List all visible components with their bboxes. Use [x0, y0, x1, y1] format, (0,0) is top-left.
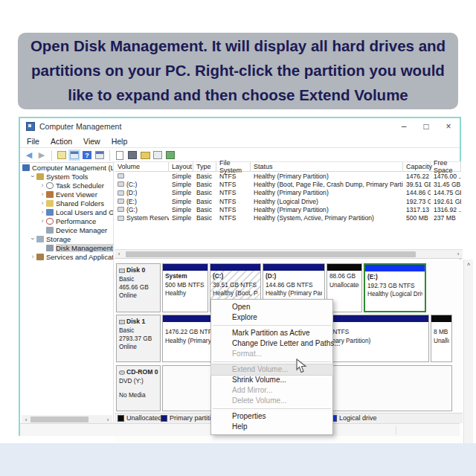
tree-item-storage[interactable]: › Storage	[20, 234, 113, 243]
tree-item-event-viewer[interactable]: › Event Viewer	[20, 190, 113, 199]
menu-item-add-mirror: Add Mirror...	[211, 385, 332, 396]
scroll-thumb[interactable]	[126, 251, 416, 257]
primary-partition-stripe	[163, 264, 208, 271]
menu-item-open[interactable]: Open	[211, 302, 332, 312]
scroll-up-icon[interactable]: ˄	[464, 261, 473, 268]
maximize-button[interactable]: □	[415, 118, 437, 135]
primary-partition-swatch	[161, 415, 167, 422]
scroll-right-icon[interactable]: ›	[454, 251, 463, 257]
screenshot-root: { "banner": { "text": "Open Disk Managem…	[0, 0, 476, 476]
scroll-left-icon[interactable]: ‹	[115, 251, 123, 257]
chevron-right-icon[interactable]: ›	[39, 217, 45, 225]
app-icon	[26, 122, 35, 131]
close-button[interactable]: ×	[437, 118, 460, 135]
logical-drive-stripe	[365, 265, 425, 271]
volume-row[interactable]: (C:) SimpleBasic NTFSHealthy (Boot, Page…	[115, 180, 461, 188]
partition-system[interactable]: System500 MB NTFSHealthy	[162, 263, 208, 312]
manage-icon[interactable]	[165, 150, 176, 160]
tree-item-computer-management[interactable]: Computer Management (Local	[20, 163, 113, 172]
services-icon	[36, 254, 44, 260]
menu-item-shrink-volume[interactable]: Shrink Volume...	[211, 375, 332, 385]
menu-file[interactable]: File	[27, 137, 39, 146]
volume-row[interactable]: (E:) SimpleBasic NTFSHealthy (Logical Dr…	[115, 197, 461, 205]
col-volume[interactable]: Volume	[115, 162, 169, 171]
col-type[interactable]: Type	[193, 162, 216, 171]
drive-icon	[118, 190, 124, 196]
export-icon[interactable]	[127, 150, 138, 160]
disk0-label[interactable]: Disk 0 Basic 465.66 GB Online	[116, 263, 161, 312]
console-tree-pane: Computer Management (Local › System Tool…	[20, 163, 114, 423]
volume-row[interactable]: (D:) SimpleBasic NTFSHealthy (Primary Pa…	[115, 189, 461, 197]
tree-item-shared-folders[interactable]: › Shared Folders	[20, 199, 113, 208]
partition-unallocated-disk1[interactable]: 8 MBUnallocated	[431, 315, 452, 362]
volume-row[interactable]: (G:) SimpleBasic NTFSHealthy (Primary Pa…	[115, 205, 461, 213]
drive-icon	[118, 181, 124, 187]
tree-item-system-tools[interactable]: › System Tools	[20, 172, 113, 181]
menu-item-extend-volume[interactable]: Extend Volume...	[211, 364, 332, 375]
chevron-right-icon[interactable]: ›	[39, 190, 45, 198]
status-divider	[396, 426, 396, 434]
col-freespace[interactable]: Free Space	[431, 162, 461, 171]
chevron-right-icon[interactable]: ›	[39, 208, 45, 216]
chevron-down-icon[interactable]: ›	[29, 173, 36, 179]
col-layout[interactable]: Layout	[169, 162, 193, 171]
console-tree-icon[interactable]	[69, 150, 80, 160]
tree-label-selected: Disk Management	[56, 244, 113, 252]
tree-label: System Tools	[46, 173, 88, 181]
open-folder-icon[interactable]	[140, 150, 150, 160]
cdrom-label[interactable]: CD-ROM 0 DVD (Y:) No Media	[116, 365, 161, 411]
volume-list-header: Volume Layout Type File System Status Ca…	[115, 161, 461, 172]
volume-row[interactable]: SimpleBasic NTFSHealthy (Primary Partiti…	[115, 172, 461, 180]
tree-label: Performance	[56, 217, 96, 225]
drive-icon	[118, 199, 124, 204]
volume-horizontal-scrollbar[interactable]: ‹ ›	[115, 249, 463, 259]
toolbar-divider	[109, 150, 110, 161]
forward-icon[interactable]: ▶	[36, 150, 47, 160]
col-status[interactable]: Status	[251, 162, 403, 171]
tree-item-services-applications[interactable]: › Services and Applications	[20, 252, 113, 261]
menu-view[interactable]: View	[83, 137, 100, 146]
partition-e[interactable]: (E:)192.73 GB NTFSHealthy (Logical Drive…	[364, 263, 426, 312]
search-icon[interactable]	[152, 150, 163, 160]
disk1-label[interactable]: Disk 1 Basic 2793.37 GB Online	[116, 315, 161, 362]
tree-item-local-users-groups[interactable]: › Local Users and Groups	[20, 208, 113, 216]
menu-item-format: Format...	[211, 349, 332, 359]
show-console-icon[interactable]	[94, 150, 105, 160]
tree-label: Computer Management (Local	[32, 164, 114, 172]
properties-icon[interactable]	[115, 150, 125, 160]
partition-context-menu: Open Explore Mark Partition as Active Ch…	[210, 299, 333, 435]
help-icon[interactable]: ?	[82, 150, 92, 160]
up-level-icon[interactable]	[57, 150, 67, 160]
scroll-thumb[interactable]	[30, 416, 89, 422]
minimize-button[interactable]: –	[393, 118, 415, 135]
chevron-down-icon[interactable]: ›	[29, 236, 36, 242]
menu-action[interactable]: Action	[51, 137, 72, 146]
chevron-right-icon[interactable]: ›	[39, 199, 45, 207]
chevron-right-icon[interactable]: ›	[30, 253, 36, 260]
chevron-right-icon[interactable]: ›	[39, 181, 45, 189]
back-icon[interactable]: ◀	[24, 150, 34, 160]
menu-help[interactable]: Help	[112, 137, 128, 146]
menu-item-properties[interactable]: Properties	[211, 411, 332, 422]
menu-item-change-drive-letter[interactable]: Change Drive Letter and Paths...	[211, 338, 332, 349]
menu-separator	[213, 325, 331, 326]
menu-item-mark-partition-active[interactable]: Mark Partition as Active	[211, 328, 332, 338]
menu-bar: File Action View Help	[20, 135, 460, 147]
scroll-right-icon[interactable]: ›	[103, 416, 112, 423]
tree-item-device-manager[interactable]: Device Manager	[20, 225, 113, 234]
tree-item-performance[interactable]: › Performance	[20, 216, 113, 225]
tree-label: Storage	[46, 235, 71, 243]
tree-item-disk-management[interactable]: Disk Management	[20, 243, 113, 252]
col-capacity[interactable]: Capacity	[403, 162, 431, 171]
menu-item-delete-volume: Delete Volume...	[211, 396, 332, 406]
tree-item-task-scheduler[interactable]: › Task Scheduler	[20, 181, 113, 190]
storage-icon	[36, 236, 44, 242]
drive-icon	[118, 216, 124, 221]
col-filesystem[interactable]: File System	[216, 162, 251, 171]
instruction-text: Open Disk Management. It will display al…	[28, 34, 448, 107]
volume-row[interactable]: System Reserved SimpleBasic NTFSHealthy …	[115, 213, 461, 222]
menu-item-help[interactable]: Help	[211, 422, 332, 432]
mouse-cursor-icon	[296, 358, 307, 374]
menu-item-explore[interactable]: Explore	[211, 312, 332, 323]
scroll-left-icon[interactable]: ‹	[22, 416, 30, 423]
